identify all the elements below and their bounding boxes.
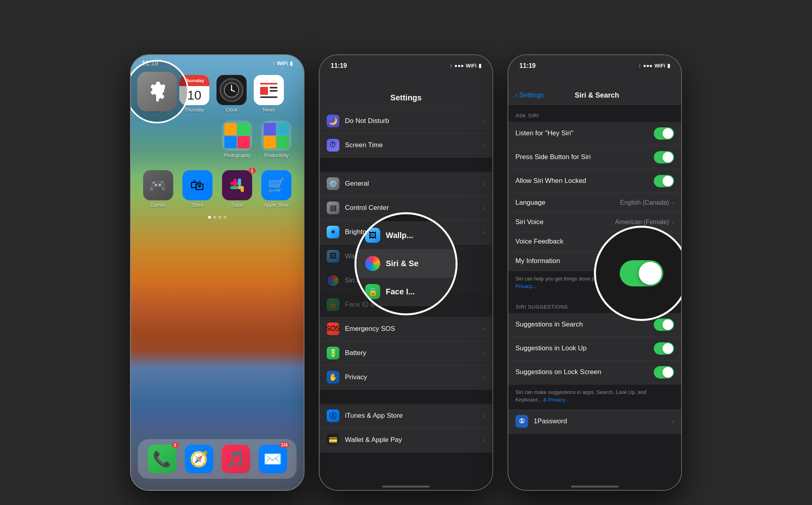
news-app[interactable]: News [254, 75, 284, 113]
dock-phone[interactable]: 📞 2 [148, 445, 176, 473]
clock-svg [224, 82, 239, 98]
onepassword-row[interactable]: ① 1Password › [508, 409, 681, 434]
wifi-icon: WiFi [277, 60, 288, 66]
zoom-circle-toggle [594, 226, 682, 321]
status-icons-2: ↑ ●●● WiFi ▮ [450, 63, 481, 69]
siri-page-title: Siri & Search [544, 91, 650, 100]
separator-1 [320, 157, 492, 172]
battery-setting-icon: 🔋 [327, 347, 339, 359]
back-chevron-icon: ‹ [515, 91, 518, 99]
privacy-label: Privacy [345, 373, 483, 381]
wallpaper-chevron: › [483, 253, 485, 260]
settings-row-dnd[interactable]: 🌙 Do Not Disturb › [320, 109, 492, 133]
dock-music[interactable]: 🎵 [222, 445, 250, 473]
dock-mail[interactable]: ✉️ 116 [259, 445, 287, 473]
hey-siri-row[interactable]: Listen for "Hey Siri" [508, 122, 681, 146]
slack-app[interactable]: 1 Slack [221, 170, 253, 208]
settings-row-screentime[interactable]: ⏱ Screen Time › [320, 133, 492, 157]
settings-app-highlighted[interactable]: Settings [142, 75, 172, 113]
siri-locked-row[interactable]: Allow Siri When Locked [508, 169, 681, 193]
wifi-icon-2: WiFi [466, 63, 477, 69]
settings-row-privacy[interactable]: ✋ Privacy › [320, 365, 492, 390]
siri-screen: 11:19 ↑ ●●● WiFi ▮ ‹ Settings Siri & Sea… [508, 55, 681, 490]
suggestions-lock-toggle[interactable] [654, 366, 674, 378]
photography-app[interactable]: Photography [221, 121, 253, 158]
control-icon: ▤ [327, 202, 339, 214]
back-label: Settings [519, 91, 544, 99]
siri-locked-knob [663, 176, 673, 186]
appstore-chevron: › [483, 412, 485, 419]
applestore-app[interactable]: 🛒 Apple Store [260, 170, 293, 208]
zoom-siri-gradient [365, 256, 380, 271]
dock-safari[interactable]: 🧭 [185, 445, 213, 473]
suggestions-privacy-link[interactable]: & Privacy... [543, 397, 569, 403]
settings-row-battery[interactable]: 🔋 Battery › [320, 341, 492, 365]
siri-locked-toggle[interactable] [654, 175, 674, 187]
svg-rect-9 [260, 96, 278, 98]
screens-container: 11:19 ↑ WiFi ▮ [0, 0, 812, 505]
games-icon: 🎮 [143, 170, 173, 200]
appstore-icon: Ⓐ [327, 409, 339, 422]
faceid-icon: 🔒 [327, 298, 339, 311]
general-label: General [345, 180, 483, 188]
signal-icon: ●●● [454, 63, 464, 69]
suggestions-lookup-row[interactable]: Suggestions in Look Up [508, 337, 681, 361]
siri-voice-chevron: › [672, 219, 674, 225]
home-bar-2 [382, 486, 430, 488]
battery-icon-1: ▮ [290, 60, 293, 66]
siri-chevron: › [483, 277, 485, 284]
applestore-label: Apple Store [264, 202, 289, 208]
wallet-icon: 💳 [327, 434, 339, 446]
screentime-label: Screen Time [345, 141, 483, 149]
suggestions-lookup-toggle[interactable] [654, 342, 674, 355]
clock-face [220, 78, 243, 102]
language-row[interactable]: Language English (Canada) › [508, 193, 681, 213]
siri-list-icon [327, 274, 339, 287]
siri-gradient [327, 275, 339, 286]
settings-row-appstore[interactable]: Ⓐ iTunes & App Store › [320, 404, 492, 428]
back-button[interactable]: ‹ Settings [515, 91, 544, 99]
games-app[interactable]: 🎮 Games [142, 170, 174, 208]
settings-header: Settings [320, 69, 492, 109]
clock-app[interactable]: Clock [216, 75, 247, 113]
svg-rect-6 [260, 87, 268, 95]
home-indicator-2 [320, 482, 492, 490]
store-app[interactable]: 🛍 Store [182, 170, 214, 208]
onepassword-chevron: › [672, 418, 674, 424]
productivity-app[interactable]: Productivity [260, 121, 293, 158]
side-button-row[interactable]: Press Side Button for Siri [508, 146, 681, 169]
zoom-row-siri: Siri & Se [356, 250, 456, 278]
phone-frame-1: 11:19 ↑ WiFi ▮ [130, 54, 304, 491]
wallpaper-icon: 🖼 [327, 250, 339, 263]
hey-siri-toggle[interactable] [654, 127, 674, 140]
zoom-circle-settings: 🖼 Wallp... Siri & Se 🔒 Face I... [354, 212, 458, 315]
status-icons-3: ↑ ●●● WiFi ▮ [639, 63, 670, 69]
status-icons-1: ↑ WiFi ▮ [272, 60, 293, 66]
big-toggle [620, 260, 663, 286]
clock-icon [216, 75, 247, 105]
side-button-toggle[interactable] [654, 151, 674, 163]
svg-rect-7 [270, 87, 278, 88]
language-chevron: › [672, 200, 674, 206]
news-icon [254, 75, 284, 105]
suggestions-lock-row[interactable]: Suggestions on Lock Screen [508, 361, 681, 384]
settings-icon-large [137, 72, 177, 111]
settings-row-general[interactable]: ⚙️ General › [320, 172, 492, 196]
language-label: Language [515, 199, 620, 207]
svg-rect-16 [241, 186, 244, 192]
zoom-wallpaper-label: Wallp... [386, 231, 413, 240]
settings-section-1: 🌙 Do Not Disturb › ⏱ Screen Time › [320, 109, 492, 157]
suggestions-search-toggle[interactable] [654, 319, 674, 331]
slack-svg [228, 177, 246, 194]
sos-label: Emergency SOS [345, 325, 483, 333]
suggestions-section: Suggestions in Search Suggestions in Loo… [508, 313, 681, 384]
side-button-label: Press Side Button for Siri [515, 153, 654, 161]
wifi-icon-3: WiFi [655, 63, 665, 69]
settings-row-sos[interactable]: SOS Emergency SOS › [320, 317, 492, 341]
dnd-chevron: › [483, 117, 485, 125]
games-label: Games [150, 202, 166, 208]
appstore-label: iTunes & App Store [345, 412, 483, 420]
wallet-label: Wallet & Apple Pay [345, 436, 483, 444]
time-3: 11:19 [519, 62, 536, 69]
settings-row-wallet[interactable]: 💳 Wallet & Apple Pay › [320, 428, 492, 452]
